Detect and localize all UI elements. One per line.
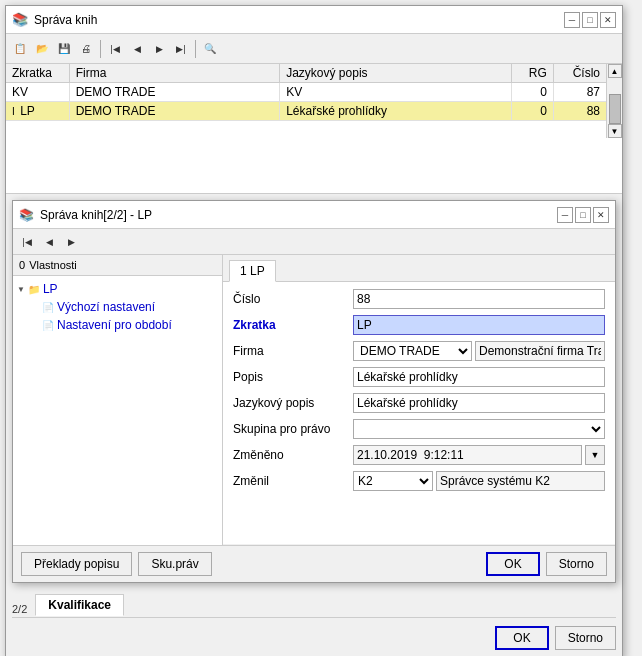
dialog-minimize-button[interactable]: ─ [557, 207, 573, 223]
table-main: Zkratka Firma Jazykový popis RG Číslo KV… [6, 64, 606, 138]
label-jazpopis: Jazykový popis [233, 396, 353, 410]
table-wrapper: Zkratka Firma Jazykový popis RG Číslo KV… [6, 64, 622, 138]
dialog-close-button[interactable]: ✕ [593, 207, 609, 223]
form-row-skupinapravo: Skupina pro právo [233, 418, 605, 440]
col-header-rg[interactable]: RG [511, 64, 553, 83]
input-zkratka[interactable] [353, 315, 605, 335]
table-row[interactable]: I LP DEMO TRADE Lékařské prohlídky 0 88 [6, 102, 606, 121]
form-row-firma: Firma DEMO TRADE [233, 340, 605, 362]
print-button[interactable]: 🖨 [76, 39, 96, 59]
main-titlebar: 📚 Správa knih ─ □ ✕ [6, 6, 622, 34]
tree-panel-title: Vlastnosti [29, 259, 77, 271]
select-zmenil[interactable]: K2 [353, 471, 433, 491]
outer-footer: OK Storno [12, 622, 616, 654]
form-row-zmenil: Změnil K2 [233, 470, 605, 492]
filter-icon: 🔍 [204, 43, 216, 54]
first-button[interactable]: |◀ [105, 39, 125, 59]
filter-button[interactable]: 🔍 [200, 39, 220, 59]
dialog-toolbar: |◀ ◀ ▶ [13, 229, 615, 255]
close-button[interactable]: ✕ [600, 12, 616, 28]
dialog-title-area: 📚 Správa knih[2/2] - LP [19, 208, 152, 222]
main-window-icon: 📚 [12, 12, 28, 27]
input-jazpopis[interactable] [353, 393, 605, 413]
skupravo-button[interactable]: Sku.práv [138, 552, 211, 576]
prev-button[interactable]: ◀ [127, 39, 147, 59]
scrollbar-up-button[interactable]: ▲ [608, 64, 622, 78]
dialog-maximize-button[interactable]: □ [575, 207, 591, 223]
minimize-button[interactable]: ─ [564, 12, 580, 28]
tab-1lp[interactable]: 1 LP [229, 260, 276, 282]
outer-tab-kvalifikace[interactable]: Kvalifikace [35, 594, 124, 616]
col-header-zkratka[interactable]: Zkratka [6, 64, 69, 83]
tree-child-label-1: Výchozí nastavení [57, 300, 155, 314]
zmeneno-dropdown-button[interactable]: ▼ [585, 445, 605, 465]
outer-ok-button[interactable]: OK [495, 626, 548, 650]
page-info: 2/2 [12, 603, 27, 615]
dialog-storno-button[interactable]: Storno [546, 552, 607, 576]
input-popis[interactable] [353, 367, 605, 387]
col-header-jazpopis[interactable]: Jazykový popis [280, 64, 512, 83]
main-table-scrollbar[interactable]: ▲ ▼ [606, 64, 622, 138]
zmeneno-field-group: ▼ [353, 445, 605, 465]
preklady-button[interactable]: Překlady popisu [21, 552, 132, 576]
dialog-ok-button[interactable]: OK [486, 552, 539, 576]
firma-field-group: DEMO TRADE [353, 341, 605, 361]
tree-child-item-2[interactable]: ▶ 📄 Nastavení pro období [13, 316, 222, 334]
toolbar-sep1 [100, 40, 101, 58]
outer-bottom: 2/2 Kvalifikace OK Storno [6, 589, 622, 656]
label-skupinapravo: Skupina pro právo [233, 422, 353, 436]
input-zmeneno [353, 445, 582, 465]
scrollbar-down-button[interactable]: ▼ [608, 124, 622, 138]
col-header-firma[interactable]: Firma [69, 64, 280, 83]
label-popis: Popis [233, 370, 353, 384]
next-button[interactable]: ▶ [149, 39, 169, 59]
outer-footer-bar: OK Storno [12, 617, 616, 654]
save-button[interactable]: 💾 [54, 39, 74, 59]
main-table-area: Zkratka Firma Jazykový popis RG Číslo KV… [6, 64, 622, 194]
open-icon: 📂 [36, 43, 48, 54]
outer-storno-button[interactable]: Storno [555, 626, 616, 650]
form-row-jazpopis: Jazykový popis [233, 392, 605, 414]
table-row[interactable]: KV DEMO TRADE KV 0 87 [6, 83, 606, 102]
main-title-area: 📚 Správa knih [12, 12, 97, 27]
data-table: Zkratka Firma Jazykový popis RG Číslo KV… [6, 64, 606, 121]
tree-child-item-1[interactable]: ▶ 📄 Výchozí nastavení [13, 298, 222, 316]
main-toolbar: 📋 📂 💾 🖨 |◀ ◀ ▶ ▶| 🔍 [6, 34, 622, 64]
cell-cislo: 87 [553, 83, 606, 102]
last-button[interactable]: ▶| [171, 39, 191, 59]
main-window-title: Správa knih [34, 13, 97, 27]
input-cislo[interactable] [353, 289, 605, 309]
firma-desc-field [475, 341, 605, 361]
cell-firma: DEMO TRADE [69, 83, 280, 102]
label-zkratka: Zkratka [233, 318, 353, 332]
outer-tab-row: 2/2 Kvalifikace [12, 593, 616, 615]
cell-firma-selected: DEMO TRADE [69, 102, 280, 121]
scrollbar-thumb[interactable] [609, 94, 621, 124]
tree-panel: 0 Vlastnosti ▼ 📁 LP ▶ 📄 Výchozí nastaven… [13, 255, 223, 545]
zmenil-desc-field [436, 471, 605, 491]
form-tabs: 1 LP [223, 255, 615, 282]
tree-expand-icon: ▼ [17, 285, 25, 294]
dialog-first-button[interactable]: |◀ [17, 232, 37, 252]
tree-root-item[interactable]: ▼ 📁 LP [13, 280, 222, 298]
form-row-zkratka: Zkratka [233, 314, 605, 336]
dialog-prev-button[interactable]: ◀ [39, 232, 59, 252]
select-skupinapravo[interactable] [353, 419, 605, 439]
cell-zkratka: KV [6, 83, 69, 102]
print-icon: 🖨 [81, 43, 91, 54]
inner-dialog: 📚 Správa knih[2/2] - LP ─ □ ✕ |◀ ◀ ▶ 0 V… [12, 200, 616, 583]
label-cislo: Číslo [233, 292, 353, 306]
dialog-body: 0 Vlastnosti ▼ 📁 LP ▶ 📄 Výchozí nastaven… [13, 255, 615, 545]
new-doc-button[interactable]: 📋 [10, 39, 30, 59]
open-button[interactable]: 📂 [32, 39, 52, 59]
tree-child-label-2: Nastavení pro období [57, 318, 172, 332]
dialog-next-button[interactable]: ▶ [61, 232, 81, 252]
zmenil-field-group: K2 [353, 471, 605, 491]
col-header-cislo[interactable]: Číslo [553, 64, 606, 83]
tree-doc-icon-1: 📄 [41, 300, 55, 314]
label-zmeneno: Změněno [233, 448, 353, 462]
row-indicator: I [12, 106, 17, 117]
select-firma[interactable]: DEMO TRADE [353, 341, 472, 361]
form-content: Číslo Zkratka Firma DEMO TRADE [223, 282, 615, 544]
maximize-button[interactable]: □ [582, 12, 598, 28]
